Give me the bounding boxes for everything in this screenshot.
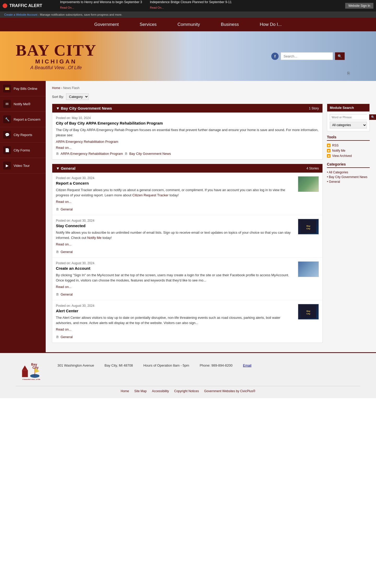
arpa-read-on[interactable]: Read on... [56,146,319,150]
notify-me-link[interactable]: Notify Me [87,236,102,240]
module-search-field[interactable] [330,114,369,120]
stay-read-on[interactable]: Read on... [56,242,295,246]
news-section-general: ▼ General 4 Stories Posted on: August 30… [52,164,323,343]
citizen-tracker-link[interactable]: Citizen Request Tracker [132,193,169,197]
tool-view-archived[interactable]: ◉ View Archived [327,153,370,158]
footer-phone: Phone: 989-894-8200 [200,363,233,367]
doc-icon-stay: 🖹 [56,250,59,254]
news-body-alert: The Alert Center allows visitors to stay… [56,315,295,325]
search-input[interactable] [281,52,333,60]
footer-bottom: Home Site Map Accessibility Copyright No… [16,386,360,393]
svg-text:City: City [306,227,310,230]
share-icon[interactable]: ⎘ [347,71,350,76]
hero-title: BAY CITY [16,42,96,58]
traffic-alert-item-1: Improvements to Henry and Wenona to begi… [60,0,142,11]
footer-link-civicplus[interactable]: Government Websites by CivicPlus® [204,389,255,393]
nav-item-howdoi[interactable]: How Do I... [249,18,292,31]
video-tour-icon: ▶ [3,162,11,169]
category-general[interactable]: General [327,179,370,184]
main-content: ▼ Bay City Government News 1 Story Poste… [52,104,323,347]
content-with-panel: ▼ Bay City Government News 1 Story Poste… [52,104,370,347]
footer-hours: Hours of Operation 8am - 5pm [143,363,189,367]
news-title-report: Report a Concern [56,181,295,185]
breadcrumb-separator: › [61,86,63,90]
news-title-create: Create an Account [56,266,295,271]
sidebar-item-video-tour[interactable]: ▶ Video Tour [0,158,46,173]
section-arrow-icon: ▼ [56,106,61,110]
section-arrow-general-icon: ▼ [56,166,61,170]
create-footer-link[interactable]: General [61,292,73,296]
sort-select[interactable]: Category Date Title [66,93,89,100]
footer-link-accessibility[interactable]: Accessibility [152,389,169,393]
arpa-link[interactable]: ARPA Emergency Rehabilitation Program [56,140,118,144]
content-area: Home › News Flash Sort By: Category Date… [46,81,376,352]
tool-notify-me[interactable]: ◉ Notify Me [327,148,370,153]
city-forms-icon: 📄 [3,146,11,154]
nav-item-community[interactable]: Community [167,18,210,31]
pay-bills-icon: 💳 [3,85,11,92]
news-item-report-concern-text: Posted on: August 30, 2024 Report a Conc… [56,176,295,206]
news-item-stay-connected-inner: Posted on: August 30, 2024 Stay Connecte… [56,219,319,248]
news-title-stay: Stay Connected [56,224,295,228]
nav-item-government[interactable]: Government [84,18,129,31]
news-body-stay: Notify Me allows you to subscribe to an … [56,230,295,240]
sidebar-label-pay-bills: Pay Bills Online [14,87,37,91]
news-title-arpa: City of Bay City ARPA Emergency Rehabili… [56,121,319,125]
tool-rss-label: RSS [332,144,339,147]
module-category-select[interactable]: All categories Bay City Government News … [330,122,367,128]
footer-link-sitemap[interactable]: Site Map [134,389,146,393]
hero-overlay: BAY CITY MICHIGAN A Beautiful View...Of … [16,42,96,70]
report-read-on[interactable]: Read on... [56,200,295,204]
sidebar-item-city-forms[interactable]: 📄 City Forms [0,143,46,158]
sidebar-item-report-concern[interactable]: 🔧 Report a Concern [0,112,46,127]
module-search-button[interactable]: 🔍 [369,114,376,120]
sidebar-item-city-reports[interactable]: 💬 City Reports [0,127,46,143]
website-signin-button[interactable]: Website Sign In [345,3,373,9]
news-item-create-account-inner: Posted on: August 30, 2024 Create an Acc… [56,261,319,291]
footer-email-link[interactable]: Email [243,363,251,367]
nav-item-business[interactable]: Business [210,18,249,31]
report-footer-link[interactable]: General [61,207,73,211]
category-all[interactable]: All Categories [327,170,370,175]
alert-read-on-2[interactable]: Read On... [150,6,232,9]
stay-footer-link[interactable]: General [61,250,73,254]
arpa-footer-link1[interactable]: ARPA Emergency Rehabilitation Program [61,152,123,156]
story-count-government: 1 Story [309,107,319,110]
news-item-stay-connected-text: Posted on: August 30, 2024 Stay Connecte… [56,219,295,248]
news-footer-stay: 🖹 General [56,250,319,254]
create-read-on[interactable]: Read on... [56,285,295,289]
alert-read-on-1[interactable]: Read On... [60,6,142,9]
sidebar-label-notify-me: Notify Me® [14,102,30,106]
sidebar-item-notify-me[interactable]: ✉ Notify Me® [0,96,46,112]
news-item-create-account-text: Posted on: August 30, 2024 Create an Acc… [56,261,295,291]
story-count-general: 4 Stories [307,167,319,170]
arpa-footer-link2[interactable]: Bay City Government News [129,152,171,156]
alert-read-on-link[interactable]: Read on... [56,327,295,331]
search-button[interactable]: 🔍 [335,52,345,60]
tools-header: Tools [327,135,370,141]
create-account-link[interactable]: Create a Website Account [4,13,37,16]
city-reports-icon: 💬 [3,131,11,139]
traffic-alert-item-2: Independence Bridge Closure Planned for … [150,0,232,11]
facebook-icon[interactable]: f [271,52,279,60]
module-search-body: 🔍 All categories Bay City Government New… [327,111,369,131]
news-thumbnail-report [298,176,319,192]
nav-item-services[interactable]: Services [129,18,167,31]
footer-info: 301 Washington Avenue Bay City, MI 48708… [57,361,360,367]
news-title-alert: Alert Center [56,309,295,313]
footer: A beautiful view...of life Bay City 301 … [0,352,376,398]
breadcrumb-home[interactable]: Home [52,86,60,90]
thumb-nature-img [298,177,319,192]
categories-section: Categories All Categories Bay City Gover… [327,162,370,184]
tool-notify-label: Notify Me [332,149,345,152]
news-item-alert-center-text: Posted on: August 30, 2024 Alert Center … [56,304,295,333]
tool-rss[interactable]: ◉ RSS [327,143,370,148]
account-bar-subtext: - Manage notification subscriptions, sav… [38,13,122,16]
category-govt-news[interactable]: Bay City Government News [327,175,370,179]
footer-link-copyright[interactable]: Copyright Notices [174,389,199,393]
footer-link-home[interactable]: Home [121,389,129,393]
alert-footer-link[interactable]: General [61,335,73,339]
news-item-report-concern: Posted on: August 30, 2024 Report a Conc… [52,173,322,215]
sidebar-item-pay-bills[interactable]: 💳 Pay Bills Online [0,81,46,96]
doc-icon: 🖹 [56,152,59,156]
